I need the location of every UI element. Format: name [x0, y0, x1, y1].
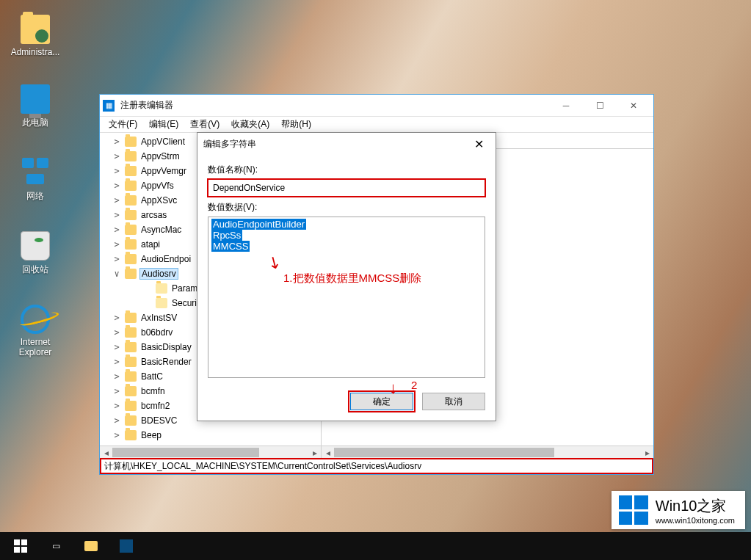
folder-icon	[125, 371, 137, 382]
tree-item-label: b06bdrv	[139, 327, 174, 338]
taskbar-app[interactable]	[109, 532, 144, 560]
desktop-icon-this-pc[interactable]: 此电脑	[7, 84, 63, 129]
tree-item-label: arcsas	[139, 210, 168, 220]
desktop-icon-label: 此电脑	[7, 117, 63, 129]
menu-edit[interactable]: 编辑(E)	[145, 117, 183, 132]
folder-icon	[125, 342, 137, 352]
folder-icon	[125, 401, 137, 411]
watermark-url: www.win10xitong.com	[656, 516, 735, 525]
statusbar-path: 计算机\HKEY_LOCAL_MACHINE\SYSTEM\CurrentCon…	[100, 458, 653, 474]
ie-icon	[21, 305, 50, 334]
dialog-titlebar: 编辑多字符串 ✕	[197, 133, 496, 155]
folder-icon	[125, 430, 137, 440]
desktop-icon-label: 回收站	[7, 263, 63, 276]
folder-icon	[125, 313, 137, 323]
window-title: 注册表编辑器	[120, 99, 549, 112]
ok-button[interactable]: 确定	[350, 393, 413, 410]
folder-icon	[156, 298, 167, 308]
tree-item-label: BasicRender	[139, 357, 193, 367]
dialog-title: 编辑多字符串	[203, 138, 256, 150]
folder-icon	[125, 357, 137, 367]
folder-icon	[156, 283, 167, 294]
desktop-icon-recycle-bin[interactable]: 回收站	[7, 231, 63, 276]
folder-icon	[125, 327, 137, 338]
value-name-label: 数值名称(N):	[208, 164, 485, 176]
tree-item-label: atapi	[139, 239, 162, 250]
taskbar: ▭	[0, 532, 751, 560]
tree-item-label: AppXSvc	[139, 195, 178, 206]
tree-item-label: Beep	[139, 430, 163, 440]
tree-item-label: BDESVC	[139, 415, 178, 426]
tree-item-label: AppvStrm	[139, 151, 181, 161]
folder-icon	[125, 166, 137, 176]
folder-icon	[125, 239, 137, 250]
tree-item-label: AppvVfs	[139, 181, 175, 191]
tree-item-label: Audiosrv	[139, 268, 178, 280]
cancel-button[interactable]: 取消	[422, 393, 485, 410]
textarea-line: AudioEndpointBuilder	[211, 219, 306, 230]
regedit-icon: ▦	[103, 100, 115, 112]
network-icon	[21, 158, 50, 187]
folder-icon	[125, 195, 137, 206]
tree-hscrollbar[interactable]: ◂ ▸	[100, 446, 322, 458]
file-explorer-taskbar[interactable]	[73, 532, 109, 560]
dialog-close-button[interactable]: ✕	[468, 136, 490, 153]
tree-item-label: bcmfn	[139, 386, 167, 396]
tree-item-label: AppvVemgr	[139, 166, 188, 176]
desktop-icon-label: Administra...	[7, 47, 63, 57]
titlebar: ▦ 注册表编辑器 ─ ☐ ✕	[100, 95, 653, 117]
menu-favorites[interactable]: 收藏夹(A)	[227, 117, 274, 132]
tree-item-label: BasicDisplay	[139, 342, 193, 352]
folder-icon	[125, 151, 137, 161]
folder-user-icon	[21, 15, 50, 44]
textarea-line: RpcSs	[211, 230, 242, 241]
tree-item-label: bcmfn2	[139, 401, 171, 411]
desktop-icon-administrator[interactable]: Administra...	[7, 15, 63, 57]
start-button[interactable]	[3, 532, 38, 560]
edit-multistring-dialog: 编辑多字符串 ✕ 数值名称(N): 数值数据(V): AudioEndpoint…	[197, 132, 496, 421]
folder-icon	[125, 181, 137, 191]
recycle-bin-icon	[21, 231, 50, 261]
folder-icon	[125, 269, 137, 279]
desktop-icon-label: Internet	[7, 337, 63, 347]
list-hscrollbar[interactable]: ◂ ▸	[322, 446, 653, 458]
value-data-label: 数值数据(V):	[208, 201, 485, 214]
tree-item-label: AxInstSV	[139, 313, 178, 323]
task-view-button[interactable]: ▭	[38, 532, 73, 560]
menu-help[interactable]: 帮助(H)	[277, 117, 316, 132]
monitor-icon	[21, 84, 50, 114]
menu-view[interactable]: 查看(V)	[186, 117, 224, 132]
folder-icon	[125, 137, 137, 147]
tree-item-label: AudioEndpoi	[139, 254, 192, 264]
value-data-textarea[interactable]: AudioEndpointBuilderRpcSsMMCSS	[208, 217, 485, 378]
minimize-button[interactable]: ─	[549, 95, 583, 117]
desktop-icon-label: Explorer	[7, 347, 63, 357]
value-name-input[interactable]	[208, 179, 485, 197]
tree-item-label: AsyncMac	[139, 225, 183, 235]
maximize-button[interactable]: ☐	[583, 95, 617, 117]
desktop-icon-ie[interactable]: Internet Explorer	[7, 305, 63, 357]
folder-icon	[125, 415, 137, 426]
folder-icon	[125, 210, 137, 220]
desktop-icon-label: 网络	[7, 190, 63, 203]
watermark-brand: Win10之家	[656, 496, 735, 516]
close-button[interactable]: ✕	[617, 95, 650, 117]
tree-item-label: BattC	[139, 371, 164, 382]
windows-logo-icon	[619, 495, 648, 525]
tree-item[interactable]: >Beep	[100, 428, 321, 443]
desktop-icon-network[interactable]: 网络	[7, 158, 63, 203]
menubar: 文件(F) 编辑(E) 查看(V) 收藏夹(A) 帮助(H)	[100, 117, 653, 133]
menu-file[interactable]: 文件(F)	[104, 117, 142, 132]
tree-item-label: AppVClient	[139, 137, 186, 147]
textarea-line: MMCSS	[211, 241, 250, 252]
watermark: Win10之家 www.win10xitong.com	[612, 491, 745, 529]
folder-icon	[125, 225, 137, 235]
folder-icon	[125, 386, 137, 396]
folder-icon	[125, 254, 137, 264]
